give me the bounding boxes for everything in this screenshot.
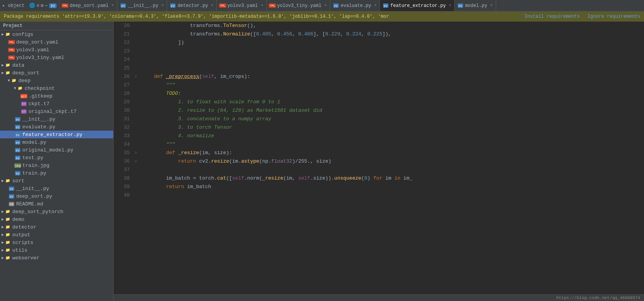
line-num-38: 38 bbox=[117, 174, 130, 183]
tab-deep_sort_yaml[interactable]: YMLdeep_sort.yaml× bbox=[59, 0, 117, 11]
code-token: resize bbox=[211, 158, 229, 164]
code-token: im_batch bbox=[187, 184, 211, 190]
code-line-26: def _preprocess(self, im_crops): bbox=[141, 72, 644, 81]
code-line-39: return im_batch bbox=[141, 183, 644, 191]
tabs-container: YMLdeep_sort.yaml×py__init__.py×pydetect… bbox=[59, 0, 496, 11]
sidebar-label-init_py_deep: __init__.py bbox=[22, 116, 55, 122]
code-line-22: ]) bbox=[141, 39, 644, 47]
sidebar-item-scripts[interactable]: ▶ 📁scripts bbox=[0, 239, 113, 246]
sidebar-label-webserver: webserver bbox=[12, 255, 39, 261]
code-token: in bbox=[394, 175, 400, 181]
file-icon-configs: 📁 bbox=[5, 31, 11, 37]
file-icon-sort: 📁 bbox=[5, 178, 11, 184]
gutter-28 bbox=[133, 89, 139, 98]
sidebar-item-feature_extractor_py_s[interactable]: pyfeature_extractor.py bbox=[0, 131, 113, 138]
sidebar-item-original_model_py[interactable]: pyoriginal_model.py bbox=[0, 146, 113, 154]
gutter-34 bbox=[133, 140, 139, 149]
tab-close-yolov3_tiny_yaml[interactable]: × bbox=[325, 3, 327, 8]
code-token: cv2. bbox=[199, 158, 211, 164]
tab-close-detector_py[interactable]: × bbox=[211, 3, 213, 8]
tab-icon-feature_extractor_py: py bbox=[383, 3, 388, 8]
sidebar-item-sort[interactable]: ▶ 📁sort bbox=[0, 177, 113, 185]
tab-label-yolov3_tiny_yaml: yolov3_tiny.yaml bbox=[277, 3, 321, 8]
sidebar-item-train_py_d[interactable]: pytrain.py bbox=[0, 169, 113, 177]
file-icon-output: 📁 bbox=[5, 232, 11, 238]
ignore-requirements-button[interactable]: Ignore requirements bbox=[587, 14, 640, 19]
sidebar-item-output[interactable]: ▶ 📁output bbox=[0, 231, 113, 239]
tab-bar: ▸ object 🌐 ≡ ⚙ — py YMLdeep_sort.yaml×py… bbox=[0, 0, 644, 12]
tab-close-yolov3_yaml[interactable]: × bbox=[261, 3, 263, 8]
tab-init_py[interactable]: py__init__.py× bbox=[117, 0, 167, 11]
gutter-23 bbox=[133, 47, 139, 55]
sidebar-item-detector[interactable]: ▶ 📁detector bbox=[0, 223, 113, 231]
sidebar-item-test_py[interactable]: pytest.py bbox=[0, 154, 113, 161]
sidebar-item-init_py_deep[interactable]: py__init__.py bbox=[0, 115, 113, 123]
code-token: """ bbox=[142, 82, 175, 88]
code-token: ) bbox=[367, 175, 373, 181]
tab-detector_py[interactable]: pydetector.py× bbox=[167, 0, 217, 11]
tab-yolov3_tiny_yaml[interactable]: YMLyolov3_tiny.yaml× bbox=[267, 0, 330, 11]
layout-icon[interactable]: ≡ bbox=[37, 3, 39, 8]
tab-evaluate_py[interactable]: pyevaluate.py× bbox=[330, 0, 380, 11]
tab-model_py[interactable]: pymodel.py× bbox=[455, 0, 496, 11]
code-line-40 bbox=[141, 191, 644, 200]
code-gutter: ▽▽▽ bbox=[133, 22, 141, 294]
globe-icon[interactable]: 🌐 bbox=[29, 3, 35, 8]
line-num-32: 32 bbox=[117, 123, 130, 132]
sidebar-item-demo[interactable]: ▶ 📁demo bbox=[0, 215, 113, 223]
arrow-deep: ▼ bbox=[8, 79, 10, 83]
code-line-28: TODO: bbox=[141, 89, 644, 98]
sidebar-item-deep_sort_yaml[interactable]: YMLdeep_sort.yaml bbox=[0, 38, 113, 46]
code-content[interactable]: 2021222324252627282930313233343536373839… bbox=[114, 22, 644, 294]
code-token: 1. to float with scale from 0 to 1 bbox=[142, 99, 280, 105]
sidebar-item-deep_sort[interactable]: ▶ 📁deep_sort bbox=[0, 69, 113, 77]
sidebar-item-deep[interactable]: ▼ 📁deep bbox=[0, 77, 113, 84]
tab-close-feature_extractor_py[interactable]: × bbox=[449, 3, 451, 8]
sidebar-item-configs[interactable]: ▶ 📁configs bbox=[0, 30, 113, 38]
code-line-36: return cv2.resize(im.astype(np.float32)/… bbox=[141, 157, 644, 166]
sidebar-item-train_jpg[interactable]: jpgtrain.jpg bbox=[0, 161, 113, 169]
tab-label-yolov3_yaml: yolov3.yaml bbox=[227, 3, 258, 8]
sidebar-item-gitkeep[interactable]: git.gitkeep bbox=[0, 92, 113, 100]
code-line-37 bbox=[141, 166, 644, 174]
line-num-40: 40 bbox=[117, 191, 130, 200]
tab-close-init_py[interactable]: × bbox=[161, 3, 164, 8]
sidebar-item-yolov3_tiny_yaml[interactable]: YMLyolov3_tiny.yaml bbox=[0, 54, 113, 61]
sidebar-label-sort: sort bbox=[12, 178, 24, 184]
file-icon-scripts: 📁 bbox=[5, 239, 11, 246]
tab-yolov3_yaml[interactable]: YMLyolov3.yaml× bbox=[217, 0, 266, 11]
sidebar-item-evaluate_py_s[interactable]: pyevaluate.py bbox=[0, 123, 113, 131]
line-num-27: 27 bbox=[117, 81, 130, 89]
sidebar-item-webserver[interactable]: ▶ 📁webserver bbox=[0, 254, 113, 262]
sidebar-item-init_py_sort[interactable]: py__init__.py bbox=[0, 185, 113, 192]
file-icon-utils: 📁 bbox=[5, 247, 11, 253]
sidebar-item-ckpt_t7[interactable]: t7ckpt.t7 bbox=[0, 100, 113, 108]
sidebar-item-yolov3_yaml[interactable]: YMLyolov3.yaml bbox=[0, 46, 113, 54]
sidebar-item-model_py_s[interactable]: pymodel.py bbox=[0, 138, 113, 146]
sidebar-item-original_ckpt_t7[interactable]: t7original_ckpt.t7 bbox=[0, 108, 113, 115]
tab-close-model_py[interactable]: × bbox=[490, 3, 493, 8]
code-token: )/255., size) bbox=[292, 158, 331, 164]
sidebar-item-readme_md[interactable]: mdREADME.md bbox=[0, 200, 113, 208]
sidebar-item-deep_sort_pytorch[interactable]: ▶ 📁deep_sort_pytorch bbox=[0, 208, 113, 215]
sidebar-label-evaluate_py_s: evaluate.py bbox=[22, 124, 55, 130]
code-line-38: im_batch = torch.cat([self.norm(_resize(… bbox=[141, 174, 644, 183]
code-token: _preprocess bbox=[166, 74, 199, 79]
gear-icon[interactable]: ⚙ bbox=[41, 3, 43, 8]
tab-close-deep_sort_yaml[interactable]: × bbox=[112, 3, 114, 8]
sidebar-label-original_model_py: original_model.py bbox=[22, 147, 74, 153]
line-num-23: 23 bbox=[117, 47, 130, 55]
tab-close-evaluate_py[interactable]: × bbox=[374, 3, 376, 8]
file-icon-deep: 📁 bbox=[11, 77, 17, 84]
install-requirements-button[interactable]: Install requirements bbox=[524, 14, 580, 19]
line-num-39: 39 bbox=[117, 183, 130, 191]
sidebar-header: Project bbox=[0, 22, 113, 30]
sidebar-item-checkpoint[interactable]: ▼ 📁checkpoint bbox=[0, 84, 113, 92]
minus-icon[interactable]: — bbox=[45, 3, 48, 8]
tab-feature_extractor_py[interactable]: pyfeature_extractor.py× bbox=[380, 0, 455, 11]
sidebar-item-data[interactable]: ▶ 📁data bbox=[0, 61, 113, 69]
sidebar-item-deep_sort_py[interactable]: pydeep_sort.py bbox=[0, 192, 113, 200]
sidebar-item-utils[interactable]: ▶ 📁utils bbox=[0, 246, 113, 254]
tab-bar-controls: ▸ object 🌐 ≡ ⚙ — py bbox=[0, 0, 59, 11]
tab-icon-evaluate_py: py bbox=[333, 3, 339, 8]
